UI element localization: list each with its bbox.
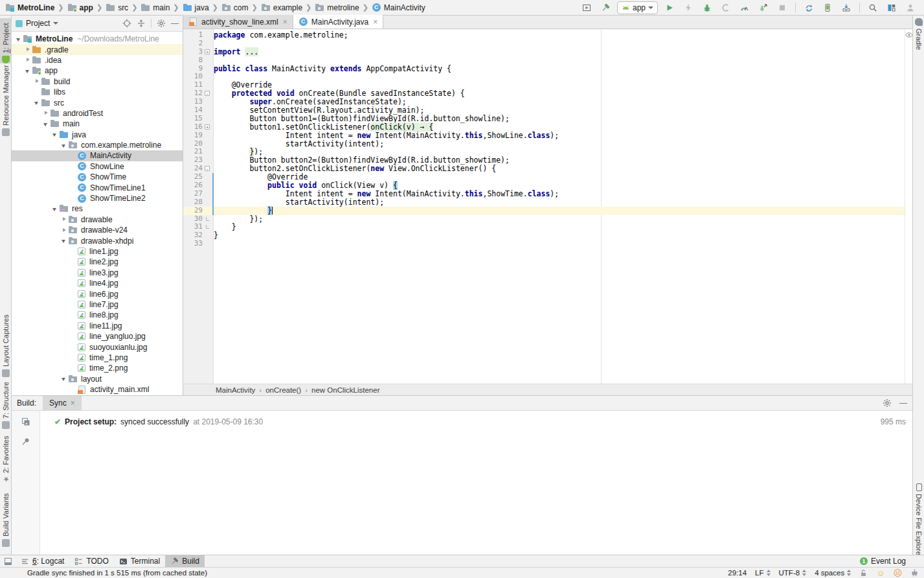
tool-window-button-2-favorites[interactable]: ★2: Favorites: [0, 433, 12, 483]
editor-tab-mainactivity-java[interactable]: CMainActivity.java×: [293, 15, 384, 29]
code-line-2[interactable]: 2: [183, 40, 912, 48]
code-line-20[interactable]: 20 startActivity(intent);: [183, 140, 912, 148]
editor-tab-activity-show-line-xml[interactable]: activity_show_line.xml×: [183, 15, 293, 29]
breadcrumb-item-metroline[interactable]: metroline: [315, 3, 359, 12]
code-line-9[interactable]: 9public class MainActivity extends AppCo…: [183, 65, 912, 73]
tool-window-button-1-project[interactable]: 1: Project: [0, 18, 12, 64]
breadcrumb-item-example[interactable]: example: [261, 3, 302, 12]
run-icon[interactable]: [662, 1, 677, 14]
tab-sync[interactable]: Sync ×: [43, 396, 82, 411]
tree-item-showtime[interactable]: CShowTime: [12, 172, 183, 182]
attach-debugger-icon[interactable]: [756, 1, 771, 14]
tree-item-line11-jpg[interactable]: line11.jpg: [12, 321, 183, 331]
code-line-3[interactable]: 3+import ...: [183, 48, 912, 56]
expand-arrow-icon[interactable]: [61, 227, 68, 234]
hide-panel-icon[interactable]: —: [171, 19, 179, 28]
project-view-select[interactable]: Project: [16, 19, 118, 28]
tree-item-activity-main-xml[interactable]: activity_main.xml: [12, 384, 183, 395]
tree-item-showline[interactable]: CShowLine: [12, 161, 183, 172]
tree-item-line-yangluo-jpg[interactable]: line_yangluo.jpg: [12, 331, 183, 341]
fold-marker-icon[interactable]: +: [205, 124, 210, 130]
status-message[interactable]: Gradle sync finished in 1 s 515 ms (from…: [0, 569, 207, 577]
gradle-sync-icon[interactable]: [802, 1, 816, 14]
tree-item-src[interactable]: src: [12, 97, 183, 108]
profile-avatar-icon[interactable]: [903, 1, 918, 14]
expand-arrow-icon[interactable]: [61, 142, 68, 149]
breadcrumb-item-main[interactable]: main: [141, 3, 170, 12]
encoding-select[interactable]: UTF-8: [779, 569, 807, 577]
lock-icon[interactable]: [859, 569, 868, 577]
tree-item-idea[interactable]: .idea: [12, 55, 183, 65]
close-icon[interactable]: ×: [71, 399, 75, 408]
tree-item-libs[interactable]: libs: [12, 87, 183, 97]
tool-window-button-device-file-explorer[interactable]: Device File Explorer: [913, 483, 924, 561]
tree-item-line1-jpg[interactable]: line1.jpg: [12, 246, 183, 257]
restore-view-icon[interactable]: [21, 417, 30, 426]
breadcrumb-item-app[interactable]: app: [67, 3, 93, 12]
locate-file-icon[interactable]: [122, 19, 131, 28]
fold-marker-icon[interactable]: +: [205, 49, 210, 54]
breadcrumb-item-mainactivity[interactable]: CMainActivity: [372, 3, 425, 12]
expand-arrow-icon[interactable]: [61, 375, 68, 382]
expand-arrow-icon[interactable]: [25, 56, 32, 64]
tree-item-time-2-png[interactable]: time_2.png: [12, 363, 183, 373]
fold-marker-icon[interactable]: [206, 225, 209, 229]
search-everywhere-icon[interactable]: [866, 1, 880, 14]
build-message-row[interactable]: ✔ Project setup: synced successfully at …: [40, 411, 912, 426]
tree-item-build[interactable]: build: [12, 76, 183, 87]
fold-gutter[interactable]: -: [203, 165, 214, 173]
collapse-all-icon[interactable]: [137, 19, 146, 28]
tree-item-showtimeline1[interactable]: CShowTimeLine1: [12, 182, 183, 192]
expand-arrow-icon[interactable]: [25, 46, 32, 53]
settings-gear-icon[interactable]: [157, 19, 166, 28]
tree-item-metroline[interactable]: MetroLine~/Downloads/MetroLine: [12, 34, 183, 44]
pin-icon[interactable]: [21, 437, 30, 446]
breadcrumb-item-com[interactable]: com: [221, 3, 249, 12]
tool-window-button-build-variants[interactable]: Build Variants: [0, 487, 12, 547]
line-separator-select[interactable]: LF: [755, 569, 770, 577]
expand-arrow-icon[interactable]: [34, 99, 41, 106]
tree-item-line6-jpg[interactable]: line6.jpg: [12, 288, 183, 299]
tree-item-line3-jpg[interactable]: line3.jpg: [12, 268, 183, 278]
apply-changes-icon[interactable]: [681, 1, 695, 14]
fold-marker-icon[interactable]: [206, 217, 209, 221]
editor-breadcrumb-new-onclicklistener[interactable]: new OnClickListener: [311, 386, 379, 394]
stop-icon[interactable]: [775, 1, 789, 14]
profiler-icon[interactable]: [738, 1, 752, 14]
tree-item-line2-jpg[interactable]: line2.jpg: [12, 257, 183, 267]
avd-manager-icon[interactable]: [820, 1, 835, 14]
tree-item-com-example-metroline[interactable]: com.example.metroline: [12, 140, 183, 150]
tool-window-button-6-logcat[interactable]: 6: Logcat: [16, 555, 69, 567]
indent-select[interactable]: 4 spaces: [815, 569, 851, 577]
code-line-29[interactable]: 29 }: [183, 207, 912, 215]
tree-item-app[interactable]: app: [12, 65, 183, 76]
expand-arrow-icon[interactable]: [43, 110, 50, 117]
tree-item-mainactivity[interactable]: CMainActivity: [12, 150, 183, 161]
editor-breadcrumb-mainactivity[interactable]: MainActivity: [216, 386, 255, 394]
tree-item-time-1-png[interactable]: time_1.png: [12, 353, 183, 363]
code-line-31[interactable]: 31 }: [183, 223, 912, 231]
tree-item-main[interactable]: main: [12, 119, 183, 129]
expand-arrow-icon[interactable]: [52, 131, 59, 138]
code-line-30[interactable]: 30 });: [183, 215, 912, 224]
expand-arrow-icon[interactable]: [61, 237, 68, 244]
tree-item-res[interactable]: res: [12, 203, 183, 214]
fold-marker-icon[interactable]: -: [205, 91, 210, 96]
expand-arrow-icon[interactable]: [61, 216, 68, 223]
tool-window-button-todo[interactable]: TODO: [69, 555, 113, 567]
tree-item-line7-jpg[interactable]: line7.jpg: [12, 299, 183, 310]
expand-arrow-icon[interactable]: [25, 67, 32, 75]
breadcrumb-item-metroline[interactable]: MetroLine: [5, 3, 54, 12]
tree-item-line8-jpg[interactable]: line8.jpg: [12, 310, 183, 320]
tree-item-androidtest[interactable]: androidTest: [12, 108, 183, 119]
feedback-sad-icon[interactable]: ☹: [893, 569, 902, 577]
tree-item-java[interactable]: java: [12, 130, 183, 140]
feedback-happy-icon[interactable]: ☺: [876, 569, 885, 577]
fold-marker-icon[interactable]: -: [205, 166, 210, 171]
settings-gear-icon[interactable]: [883, 399, 892, 408]
expand-arrow-icon[interactable]: [16, 36, 23, 43]
fold-gutter[interactable]: [203, 215, 214, 224]
run-anything-icon[interactable]: [580, 1, 594, 14]
event-log-button[interactable]: 1 Event Log: [860, 555, 924, 567]
layout-inspector-icon[interactable]: [885, 1, 899, 14]
